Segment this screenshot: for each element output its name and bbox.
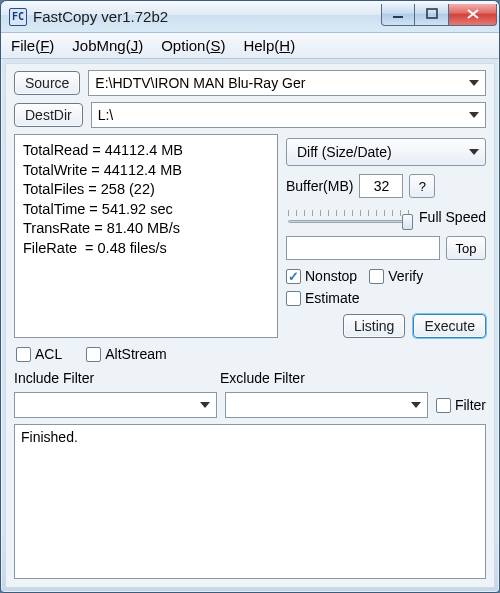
source-value: E:\HDTV\IRON MAN Blu-Ray Ger <box>95 75 305 91</box>
menubar: File(F) JobMng(J) Option(S) Help(H) <box>1 33 499 59</box>
altstream-label: AltStream <box>105 346 166 362</box>
window-title: FastCopy ver1.72b2 <box>33 8 381 25</box>
acl-checkbox[interactable]: ACL <box>16 346 62 362</box>
speed-slider[interactable] <box>286 206 413 228</box>
exclude-filter-label: Exclude Filter <box>220 370 414 386</box>
close-button[interactable] <box>449 4 497 26</box>
top-button[interactable]: Top <box>446 236 486 260</box>
verify-label: Verify <box>388 268 423 284</box>
client-area: Source E:\HDTV\IRON MAN Blu-Ray Ger Dest… <box>5 63 495 588</box>
checkbox-icon <box>436 398 451 413</box>
speed-label: Full Speed <box>419 209 486 225</box>
menu-file[interactable]: File(F) <box>11 37 54 54</box>
minimize-icon <box>392 8 404 20</box>
svg-rect-0 <box>393 16 403 18</box>
nonstop-checkbox[interactable]: Nonstop <box>286 268 357 284</box>
exclude-filter-combo[interactable] <box>225 392 428 418</box>
top-input[interactable] <box>286 236 440 260</box>
dropdown-arrow-icon <box>469 112 479 118</box>
buffer-help-button[interactable]: ? <box>409 174 435 198</box>
checkbox-icon <box>369 269 384 284</box>
include-filter-label: Include Filter <box>14 370 208 386</box>
listing-button[interactable]: Listing <box>343 314 405 338</box>
maximize-button[interactable] <box>415 4 449 26</box>
svg-rect-1 <box>427 9 437 18</box>
mode-combo[interactable]: Diff (Size/Date) <box>286 138 486 166</box>
main-window: FC FastCopy ver1.72b2 File(F) JobMng(J) … <box>0 0 500 593</box>
options-panel: Diff (Size/Date) Buffer(MB) 32 ? Full Sp… <box>286 134 486 338</box>
close-icon <box>466 8 480 20</box>
source-combo[interactable]: E:\HDTV\IRON MAN Blu-Ray Ger <box>88 70 486 96</box>
buffer-label: Buffer(MB) <box>286 178 353 194</box>
checkbox-icon <box>16 347 31 362</box>
filter-checkbox[interactable]: Filter <box>436 397 486 413</box>
titlebar[interactable]: FC FastCopy ver1.72b2 <box>1 1 499 33</box>
dropdown-arrow-icon <box>200 402 210 408</box>
destdir-combo[interactable]: L:\ <box>91 102 486 128</box>
checkbox-icon <box>86 347 101 362</box>
log-box: Finished. <box>14 424 486 579</box>
dropdown-arrow-icon <box>411 402 421 408</box>
menu-jobmng[interactable]: JobMng(J) <box>72 37 143 54</box>
nonstop-label: Nonstop <box>305 268 357 284</box>
minimize-button[interactable] <box>381 4 415 26</box>
menu-help[interactable]: Help(H) <box>243 37 295 54</box>
mode-value: Diff (Size/Date) <box>297 144 392 160</box>
estimate-label: Estimate <box>305 290 359 306</box>
dropdown-arrow-icon <box>469 80 479 86</box>
estimate-checkbox[interactable]: Estimate <box>286 290 359 306</box>
checkbox-icon <box>286 291 301 306</box>
destdir-value: L:\ <box>98 107 114 123</box>
execute-button[interactable]: Execute <box>413 314 486 338</box>
acl-label: ACL <box>35 346 62 362</box>
filter-label: Filter <box>455 397 486 413</box>
slider-thumb-icon[interactable] <box>402 214 413 230</box>
maximize-icon <box>426 8 438 20</box>
source-button[interactable]: Source <box>14 71 80 95</box>
verify-checkbox[interactable]: Verify <box>369 268 423 284</box>
destdir-button[interactable]: DestDir <box>14 103 83 127</box>
altstream-checkbox[interactable]: AltStream <box>86 346 166 362</box>
dropdown-arrow-icon <box>469 149 479 155</box>
buffer-input[interactable]: 32 <box>359 174 403 198</box>
app-icon: FC <box>9 8 27 26</box>
checkbox-icon <box>286 269 301 284</box>
include-filter-combo[interactable] <box>14 392 217 418</box>
menu-option[interactable]: Option(S) <box>161 37 225 54</box>
stats-box: TotalRead = 44112.4 MB TotalWrite = 4411… <box>14 134 278 338</box>
